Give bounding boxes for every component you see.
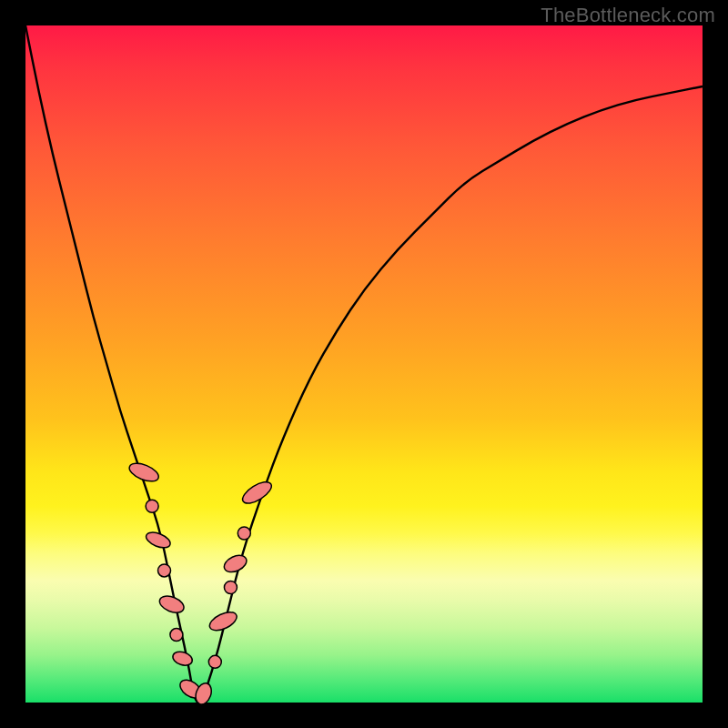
- chart-frame: TheBottleneck.com: [0, 0, 728, 728]
- data-marker: [239, 478, 275, 508]
- chart-plot-area: [25, 25, 703, 703]
- data-marker: [171, 650, 194, 668]
- data-marker: [208, 655, 221, 668]
- bottleneck-curve: [25, 25, 703, 703]
- data-marker: [170, 629, 183, 642]
- data-marker: [221, 552, 248, 575]
- data-marker: [144, 530, 172, 551]
- data-marker: [224, 581, 237, 594]
- data-marker: [238, 527, 250, 540]
- data-marker: [146, 500, 158, 512]
- curve-path: [25, 25, 703, 703]
- data-marker: [158, 564, 171, 577]
- chart-svg: [25, 25, 703, 703]
- watermark-text: TheBottleneck.com: [541, 4, 715, 27]
- data-marker: [157, 592, 187, 615]
